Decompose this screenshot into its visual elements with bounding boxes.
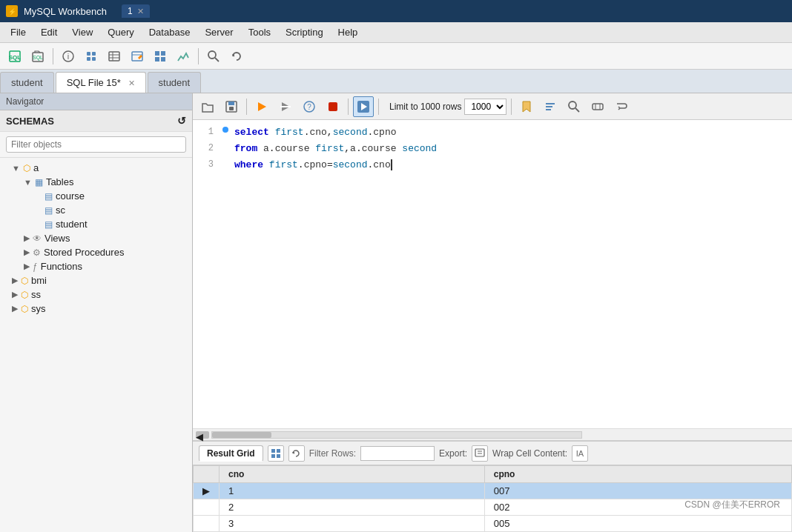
toolbar-btn-performance[interactable] [173,46,194,67]
limit-dropdown[interactable]: 1000 500 200 [464,99,506,115]
export-btn[interactable] [472,445,488,462]
toolbar-btn-info[interactable]: i [58,46,79,67]
title-tab[interactable]: 1 ✕ [122,4,150,18]
toolbar-btn-table[interactable] [104,46,125,67]
table-row[interactable]: ▶ 1 007 [194,483,792,499]
tab-student-1[interactable]: student [0,72,54,93]
tab-sql-file[interactable]: SQL File 15* ✕ [56,72,146,93]
toolbar-btn-grid[interactable] [150,46,171,67]
limit-label: Limit to 1000 rows [389,102,461,112]
folder-sp-label: Stored Procedures [44,247,124,258]
folder-views-label: Views [44,233,70,244]
menu-server[interactable]: Server [197,24,240,41]
toolbar-btn-refresh[interactable] [226,46,247,67]
tab-sql-file-label: SQL File 15* [67,77,121,88]
ed-btn-explain[interactable]: ? [299,96,320,117]
h-scroll-thumb[interactable] [212,432,271,438]
toolbar-btn-sql[interactable]: SQL [4,46,25,67]
menu-bar: File Edit View Query Database Server Too… [0,22,792,43]
col-header-cpno[interactable]: cpno [484,466,791,483]
cell-cpno-1[interactable]: 007 [484,483,791,499]
row-arrow-2 [194,499,220,516]
table-course-arrow: ▶ [36,191,42,201]
code-editor[interactable]: 1 select first.cno,second.cpno 2 from a.… [193,120,792,428]
h-scroll-track[interactable] [211,431,582,439]
schemas-refresh-icon[interactable]: ↺ [177,115,186,127]
schema-sys[interactable]: ▶ ⬡ sys [0,302,192,316]
ed-btn-beautify[interactable] [540,96,561,117]
table-student[interactable]: ▶ ▤ student [0,217,192,231]
line-content-3: where first.cpno=second.cno [231,159,792,170]
ed-sep-3 [378,99,379,115]
toolbar-btn-schema[interactable] [81,46,102,67]
menu-tools[interactable]: Tools [241,24,278,41]
schema-a[interactable]: ▼ ⬡ a [0,161,192,175]
export-label: Export: [439,448,467,459]
svg-rect-18 [155,51,159,56]
folder-tables[interactable]: ▼ ▦ Tables [0,175,192,189]
toolbar-btn-search[interactable] [203,46,224,67]
schema-bmi-arrow: ▶ [12,276,18,285]
filter-box [0,132,192,158]
folder-sp-arrow: ▶ [24,247,30,257]
tab-student-2-label: student [159,77,191,88]
folder-views[interactable]: ▶ 👁 Views [0,231,192,245]
ed-btn-find[interactable] [564,96,584,117]
ed-btn-active[interactable] [353,96,374,117]
folder-tables-arrow: ▼ [24,178,32,187]
cell-cno-3[interactable]: 3 [220,516,485,532]
table-course[interactable]: ▶ ▤ course [0,189,192,203]
h-scroll-arrow-left[interactable]: ◀ [196,431,209,439]
tab-sql-file-close[interactable]: ✕ [128,79,135,87]
menu-edit[interactable]: Edit [33,24,65,41]
menu-help[interactable]: Help [331,24,366,41]
filter-objects-input[interactable] [6,136,186,153]
svg-rect-11 [92,57,96,61]
folder-functions[interactable]: ▶ ƒ Functions [0,259,192,273]
svg-rect-20 [155,57,159,61]
menu-database[interactable]: Database [142,24,198,41]
result-grid-tab[interactable]: Result Grid [199,445,263,462]
schema-ss[interactable]: ▶ ⬡ ss [0,287,192,302]
result-grid-icon-1[interactable] [268,445,284,462]
title-tab-close[interactable]: ✕ [137,7,144,16]
menu-file[interactable]: File [3,24,33,41]
col-header-empty [194,466,220,483]
result-grid-icon-2[interactable] [288,445,305,462]
results-toolbar: Result Grid Filter Rows: Export: Wrap Ce… [193,442,792,465]
svg-marker-36 [523,102,530,112]
ed-btn-wrapping[interactable] [611,96,632,117]
menu-view[interactable]: View [65,24,100,41]
cell-cno-1[interactable]: 1 [220,483,485,499]
wrap-cell-btn[interactable]: IA [572,445,588,462]
table-sc[interactable]: ▶ ▤ sc [0,203,192,217]
schema-bmi[interactable]: ▶ ⬡ bmi [0,273,192,287]
ed-btn-invisible[interactable] [587,96,608,117]
cell-cno-2[interactable]: 2 [220,499,485,516]
table-sc-icon: ▤ [44,205,53,216]
ed-btn-execute-selection[interactable] [275,96,296,117]
ed-btn-execute[interactable] [251,96,272,117]
toolbar-btn-open-sql[interactable]: SQL [27,46,48,67]
toolbar-btn-edit-table[interactable] [127,46,148,67]
title-tab-number: 1 [128,6,133,16]
ed-btn-open-folder[interactable] [197,96,218,117]
tab-student-2[interactable]: student [148,72,202,93]
menu-scripting[interactable]: Scripting [278,24,331,41]
ed-btn-save[interactable] [221,96,242,117]
schema-ss-arrow: ▶ [12,290,18,299]
code-line-3: 3 where first.cpno=second.cno [193,159,792,175]
ed-btn-bookmark[interactable] [516,96,537,117]
col-header-cno[interactable]: cno [220,466,485,483]
table-row[interactable]: 3 005 [194,516,792,532]
folder-stored-procedures[interactable]: ▶ ⚙ Stored Procedures [0,245,192,259]
menu-query[interactable]: Query [100,24,141,41]
ed-btn-stop[interactable] [323,96,343,117]
h-scrollbar[interactable]: ◀ [193,428,792,440]
table-student-label: student [56,219,88,230]
cell-cpno-3[interactable]: 005 [484,516,791,532]
navigator-panel: Navigator SCHEMAS ↺ ▼ ⬡ a ▼ ▦ Tables ▶ [0,93,193,532]
svg-rect-47 [475,449,484,456]
title-bar: ⚡ MySQL Workbench 1 ✕ [0,0,792,22]
filter-rows-input[interactable] [360,446,435,461]
